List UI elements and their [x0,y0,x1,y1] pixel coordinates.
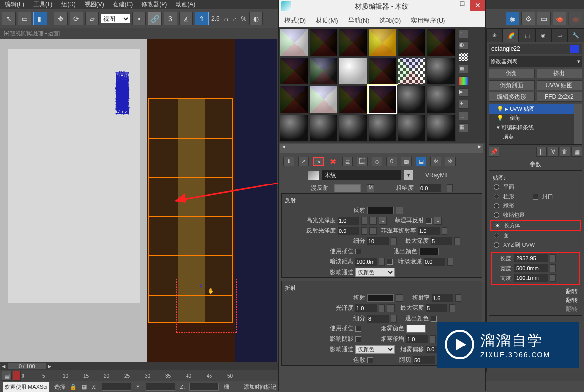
lock-icon[interactable]: 🔒 [70,384,77,390]
uvw-map-button[interactable]: UVW 贴图 [537,80,583,90]
sample-grid[interactable] [279,27,457,143]
stack-item-vertex[interactable]: 顶点 [489,132,582,141]
abbe-spinner[interactable] [413,356,435,364]
bevel-button[interactable]: 倒角 [489,69,535,78]
roughness-spinner[interactable] [420,184,441,192]
material-type-button[interactable]: VRayMtl [425,172,447,179]
maximize-button[interactable]: □ [455,0,469,11]
show-end-result-icon[interactable]: ⬓ [416,157,426,166]
select-arrow-icon[interactable]: ↖ [2,12,16,25]
sample-slot[interactable] [426,57,456,85]
menu-edit[interactable]: 编辑(E) [5,0,24,9]
remove-mod-icon[interactable]: 🗑 [560,147,570,157]
close-button[interactable]: ✕ [470,0,485,11]
link-icon[interactable]: 🔗 [148,12,162,25]
background-icon[interactable] [459,53,468,62]
sample-hscrollbar[interactable] [280,144,483,153]
reset-map-icon[interactable]: ✖ [327,157,338,166]
fresnel-checkbox[interactable] [426,218,432,224]
sample-slot[interactable] [368,57,397,85]
map-button[interactable] [369,217,377,225]
hilight-gloss-spinner[interactable] [338,217,359,225]
spinner-buttons[interactable] [449,304,455,312]
minimize-button[interactable]: — [434,0,454,11]
next-frame-icon[interactable]: ► [46,363,54,369]
hierarchy-tab-icon[interactable]: ⬚ [519,28,535,42]
sample-slot[interactable] [368,28,397,57]
sample-uv-icon[interactable]: ▦ [459,65,468,73]
bevel-profile-button[interactable]: 倒角剖面 [489,80,535,90]
object-color-swatch[interactable] [570,45,579,53]
put-to-lib-icon[interactable]: ◇ [372,157,382,166]
sample-type-icon[interactable]: ○ [459,29,468,38]
get-material-icon[interactable]: ⬇ [283,157,294,166]
z-field[interactable] [189,383,219,391]
height-input[interactable] [514,274,548,282]
diffuse-map-button[interactable]: M [367,184,374,192]
me-menu-nav[interactable]: 导航(N) [348,16,370,25]
fogcolor-swatch[interactable] [406,325,426,333]
useinterp-checkbox[interactable] [355,249,361,254]
dimdist-checkbox[interactable] [387,259,393,265]
magnet2-icon[interactable]: ∩ [232,12,238,25]
fogmult-spinner[interactable] [406,335,428,343]
menu-tools[interactable]: 工具(T) [33,0,52,9]
sample-slot[interactable] [426,114,456,142]
menu-create[interactable]: 创建(C) [113,0,133,9]
material-name-input[interactable] [322,170,401,180]
material-editor-titlebar[interactable]: 材质编辑器 - 木纹 — □ ✕ [279,0,485,14]
spinner-buttons[interactable] [442,227,447,235]
pin-stack-icon[interactable]: 📌 [489,147,499,157]
sample-slot[interactable] [280,85,309,114]
menu-modifiers[interactable]: 修改器(P) [141,0,167,9]
plane-radio[interactable] [494,184,499,190]
motion-tab-icon[interactable]: ◉ [536,28,552,42]
stack-item-chamfer[interactable]: 💡 倒角 [489,114,582,123]
percent-snap-icon[interactable]: ⇑ [195,12,209,25]
useinterp2-checkbox[interactable] [355,326,361,332]
trackbar-toggle-icon[interactable]: ▤ [2,371,12,381]
show-end-icon[interactable]: || [536,147,547,157]
sample-slot[interactable] [397,85,426,114]
fresnel-ior-spinner[interactable] [418,227,440,235]
coords-toggle-icon[interactable]: ▦ [82,384,87,390]
material-name-dropdown[interactable]: ▾ [404,170,413,180]
sample-slot[interactable] [309,85,338,114]
snap-3d-icon[interactable]: 3 [164,12,177,25]
viewport-label[interactable]: [+][透视][明暗处理 + 边面] [4,30,60,37]
spinner-buttons[interactable] [361,217,367,225]
xyz-radio[interactable] [494,242,499,248]
map-button[interactable] [369,227,377,235]
dimfall-spinner[interactable] [424,258,445,266]
spinner-buttons[interactable] [361,227,367,235]
modify-tab-icon[interactable]: 🌈 [503,28,519,42]
make-copy-icon[interactable]: ⿻ [342,157,353,166]
extrude-button[interactable]: 挤出 [537,69,583,78]
addtime-label[interactable]: 添加时间标记 [244,383,276,391]
pivot-icon[interactable]: ▪ [132,12,146,25]
spinner-icon[interactable]: ◐ [249,12,263,25]
magnet-icon[interactable]: ∩ [223,12,230,25]
stack-scrollbar[interactable] [574,104,582,144]
ffd-button[interactable]: FFD 2x2x2 [537,92,583,102]
cap-checkbox[interactable] [533,194,538,200]
sample-slot[interactable] [280,28,309,57]
render-setup-icon[interactable]: ⚙ [521,12,535,25]
move-icon[interactable]: ✥ [54,12,68,25]
spinner-buttons[interactable] [379,258,385,266]
display-tab-icon[interactable]: ▭ [552,28,568,42]
menu-group[interactable]: 组(G) [61,0,75,9]
sample-slot[interactable] [397,114,426,142]
backlight-icon[interactable]: ◐ [459,41,468,50]
menu-animation[interactable]: 动画(A) [176,0,195,9]
sample-slot[interactable] [309,114,338,142]
material-editor-menu[interactable]: 模式(D) 材质(M) 导航(N) 选项(O) 实用程序(U) [279,14,485,27]
spinner-buttons[interactable] [379,304,385,312]
sample-slot[interactable] [338,114,368,142]
me-menu-mode[interactable]: 模式(D) [284,16,306,25]
exitcolor-swatch[interactable] [419,248,439,255]
sample-slot[interactable] [280,57,309,85]
options-icon[interactable]: ✦ [459,100,468,109]
matid-channel-icon[interactable]: 0 [386,157,397,166]
sample-slot[interactable] [368,114,397,142]
